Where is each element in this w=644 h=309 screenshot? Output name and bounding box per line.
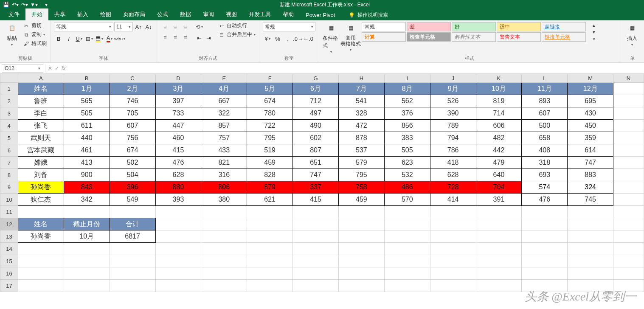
- cell[interactable]: 574: [522, 181, 568, 194]
- cell[interactable]: [155, 255, 201, 267]
- cell[interactable]: [384, 206, 430, 218]
- style-good[interactable]: 好: [452, 22, 496, 31]
- format-as-table-button[interactable]: ▤套用 表格格式▾: [342, 22, 359, 52]
- cell[interactable]: 607: [110, 120, 155, 132]
- cell[interactable]: 4月: [201, 83, 247, 95]
- cell[interactable]: 433: [201, 144, 247, 157]
- row-header[interactable]: 7: [0, 157, 18, 169]
- cell[interactable]: 6月: [293, 83, 339, 95]
- col-header[interactable]: G: [293, 74, 339, 83]
- cell[interactable]: [155, 218, 201, 230]
- cell[interactable]: [201, 218, 247, 230]
- cell[interactable]: [613, 157, 644, 169]
- comma-icon[interactable]: ,: [283, 34, 292, 43]
- cell[interactable]: 828: [247, 169, 293, 181]
- cell[interactable]: 526: [430, 95, 476, 107]
- cell[interactable]: 562: [384, 95, 430, 107]
- cell[interactable]: 628: [430, 169, 476, 181]
- cell[interactable]: [293, 206, 339, 218]
- cell[interactable]: [110, 206, 155, 218]
- cell[interactable]: 6817: [110, 230, 155, 243]
- filter-icon[interactable]: ▼▾: [30, 1, 38, 8]
- cell[interactable]: [613, 181, 644, 194]
- cell[interactable]: 10月: [64, 230, 110, 243]
- style-explain[interactable]: 解释性文本: [452, 32, 496, 42]
- cell[interactable]: [293, 267, 339, 280]
- row-header[interactable]: 8: [0, 169, 18, 181]
- cell[interactable]: [155, 243, 201, 255]
- fill-color-button[interactable]: ⬒: [95, 34, 104, 43]
- cell[interactable]: [64, 267, 110, 280]
- cell[interactable]: [613, 194, 644, 206]
- cell[interactable]: 414: [430, 194, 476, 206]
- cell[interactable]: [430, 280, 476, 292]
- tab-developer[interactable]: 开发工具: [243, 8, 277, 20]
- cell[interactable]: 693: [522, 169, 568, 181]
- tab-file[interactable]: 文件: [3, 8, 25, 20]
- number-format-combo[interactable]: 常规▾: [263, 22, 315, 31]
- cell[interactable]: 328: [338, 107, 384, 120]
- save-icon[interactable]: 💾: [2, 1, 10, 8]
- phonetic-button[interactable]: wén: [115, 34, 124, 43]
- cell[interactable]: 780: [247, 107, 293, 120]
- cell[interactable]: [613, 169, 644, 181]
- cell[interactable]: 宫本武藏: [18, 144, 64, 157]
- row-header[interactable]: 4: [0, 120, 18, 132]
- cell[interactable]: [293, 230, 339, 243]
- cell[interactable]: 460: [155, 132, 201, 144]
- cell[interactable]: [384, 218, 430, 230]
- cell[interactable]: [18, 243, 64, 255]
- cell[interactable]: 695: [568, 95, 613, 107]
- cell[interactable]: 450: [568, 120, 613, 132]
- cell[interactable]: [384, 255, 430, 267]
- border-button[interactable]: ⊞: [84, 34, 94, 43]
- decrease-font-icon[interactable]: A↓: [144, 22, 153, 31]
- row-header[interactable]: 1: [0, 83, 18, 95]
- cell[interactable]: [476, 230, 522, 243]
- col-header[interactable]: I: [384, 74, 430, 83]
- tab-review[interactable]: 审阅: [197, 8, 220, 20]
- cell[interactable]: 7月: [338, 83, 384, 95]
- bold-button[interactable]: B: [54, 34, 63, 43]
- name-box[interactable]: O12▾: [2, 64, 43, 73]
- cell[interactable]: 505: [64, 107, 110, 120]
- cell[interactable]: [201, 206, 247, 218]
- cell[interactable]: 342: [64, 194, 110, 206]
- cell[interactable]: 623: [384, 157, 430, 169]
- cell[interactable]: [476, 206, 522, 218]
- col-header[interactable]: C: [110, 74, 155, 83]
- cell[interactable]: 651: [293, 157, 339, 169]
- cell[interactable]: 674: [247, 95, 293, 107]
- cell[interactable]: 322: [201, 107, 247, 120]
- cell[interactable]: 602: [293, 132, 339, 144]
- cell[interactable]: 截止月份: [64, 218, 110, 230]
- cell[interactable]: 10月: [476, 83, 522, 95]
- style-check[interactable]: 检查单元格: [407, 32, 451, 42]
- cell[interactable]: 722: [247, 120, 293, 132]
- cell[interactable]: 396: [110, 181, 155, 194]
- cell[interactable]: [613, 243, 644, 255]
- cell[interactable]: 857: [201, 120, 247, 132]
- cell[interactable]: 856: [384, 120, 430, 132]
- cell[interactable]: 316: [201, 169, 247, 181]
- cell[interactable]: 728: [430, 181, 476, 194]
- row-header[interactable]: 14: [0, 243, 18, 255]
- align-center-icon[interactable]: ≡: [171, 32, 180, 42]
- col-header[interactable]: F: [247, 74, 293, 83]
- cell[interactable]: [155, 267, 201, 280]
- styles-up-icon[interactable]: ▲: [589, 22, 599, 28]
- cell[interactable]: [522, 243, 568, 255]
- cell[interactable]: [18, 280, 64, 292]
- cell[interactable]: [568, 255, 613, 267]
- cell[interactable]: [613, 218, 644, 230]
- cell[interactable]: 733: [155, 107, 201, 120]
- cell[interactable]: 519: [247, 144, 293, 157]
- cell[interactable]: 747: [293, 169, 339, 181]
- cell[interactable]: 武则天: [18, 132, 64, 144]
- percent-icon[interactable]: %: [273, 34, 282, 43]
- col-header[interactable]: D: [155, 74, 201, 83]
- cell[interactable]: 795: [338, 169, 384, 181]
- cell[interactable]: 440: [64, 132, 110, 144]
- cell[interactable]: [155, 230, 201, 243]
- cell[interactable]: 8月: [384, 83, 430, 95]
